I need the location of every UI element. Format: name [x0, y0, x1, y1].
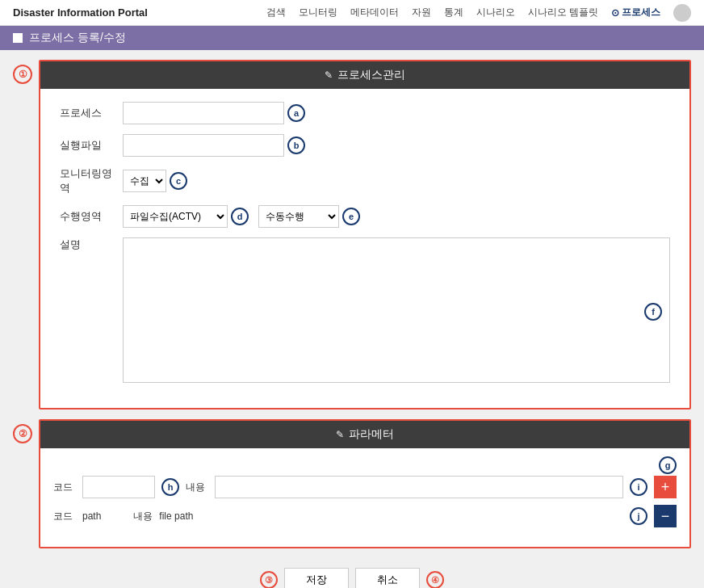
execution-area-badge-e: e: [342, 208, 360, 225]
description-badge-f: f: [644, 303, 662, 321]
executable-row: 실행파일 b: [60, 134, 670, 157]
sub-header-title: 프로세스 등록/수정: [29, 31, 126, 45]
param-badge-h: h: [161, 478, 179, 496]
execution-area-select1[interactable]: 파일수집(ACTV) 파일수집(PASV) API수집: [123, 205, 228, 228]
param-code-label: 코드: [53, 481, 76, 494]
top-header: Disaster Information Portal 검색 모니터링 메타데이…: [0, 0, 704, 26]
section2-header-icon: ✎: [336, 429, 344, 440]
executable-input[interactable]: [123, 134, 284, 157]
process-row: 프로세스 a: [60, 102, 670, 124]
section2-form: g 코드 h 내용 i + 코드 path 내용: [40, 448, 689, 547]
section2-box: ✎ 파라메터 g 코드 h 내용 i +: [39, 419, 691, 548]
section2-number: ②: [13, 424, 32, 443]
execution-area-select2[interactable]: 수동수행 자동수행: [258, 205, 339, 228]
footer-number3: ③: [260, 571, 278, 588]
nav-scenario[interactable]: 시나리오: [476, 6, 515, 19]
param-badge-j: j: [630, 507, 647, 525]
monitoring-area-badge-c: c: [170, 172, 187, 190]
section1-wrapper: ① ✎ 프로세스관리 프로세스 a 실행파일: [13, 60, 691, 410]
executable-badge-b: b: [287, 136, 305, 154]
executable-input-wrapper: b: [123, 134, 305, 157]
monitoring-area-row: 모니터링영역 수집 분석 배포 c: [60, 166, 670, 195]
param-add-button[interactable]: +: [654, 476, 677, 498]
process-icon: ⊙: [611, 7, 619, 19]
monitoring-area-select-wrapper: 수집 분석 배포 c: [123, 170, 187, 192]
nav-scenario-template[interactable]: 시나리오 템플릿: [528, 6, 598, 19]
nav-resources[interactable]: 자원: [412, 6, 431, 19]
param-badge-g: g: [659, 456, 677, 474]
section1-form: 프로세스 a 실행파일 b 모니터링영역: [40, 89, 689, 408]
execution-area-badge-d: d: [231, 208, 249, 225]
section1-header-icon: ✎: [325, 69, 333, 81]
section2-wrapper: ② ✎ 파라메터 g 코드 h 내용 i +: [13, 419, 691, 548]
user-avatar-icon[interactable]: [673, 4, 691, 22]
g-badge-wrapper: g: [53, 456, 677, 474]
nav-statistics[interactable]: 통계: [444, 6, 463, 19]
section1-header: ✎ 프로세스관리: [40, 61, 689, 89]
execution-area-label: 수행영역: [60, 209, 116, 224]
main-content: ① ✎ 프로세스관리 프로세스 a 실행파일: [0, 50, 704, 588]
nav-monitoring[interactable]: 모니터링: [299, 6, 337, 19]
section1-box: ✎ 프로세스관리 프로세스 a 실행파일 b: [39, 60, 691, 410]
execution-area-row: 수행영역 파일수집(ACTV) 파일수집(PASV) API수집 d 수동수행 …: [60, 205, 670, 228]
process-label: 프로세스: [60, 106, 116, 120]
section1-header-title: 프로세스관리: [337, 68, 405, 82]
param-data-code-label: 코드: [53, 510, 76, 523]
param-content-label: 내용: [186, 481, 208, 494]
sub-header: 프로세스 등록/수정: [0, 26, 704, 50]
monitoring-area-label: 모니터링영역: [60, 166, 116, 195]
param-remove-button[interactable]: −: [654, 505, 677, 527]
section2-header: ✎ 파라메터: [40, 421, 689, 448]
process-input-wrapper: a: [123, 102, 305, 124]
param-data-content-label: 내용: [133, 510, 153, 523]
param-data-code-value: path: [82, 510, 101, 522]
param-badge-i: i: [630, 478, 647, 496]
param-input-row: 코드 h 내용 i +: [53, 476, 677, 498]
footer-number4: ④: [426, 571, 444, 588]
sub-header-icon: [13, 33, 23, 43]
footer-area: ③ 저장 취소 ④: [13, 558, 691, 588]
save-button[interactable]: 저장: [284, 568, 349, 588]
section1-number: ①: [13, 65, 32, 84]
app-title: Disaster Information Portal: [13, 6, 148, 19]
description-textarea[interactable]: [123, 237, 670, 383]
top-navigation: 검색 모니터링 메타데이터 자원 통계 시나리오 시나리오 템플릿 ⊙ 프로세스: [266, 4, 691, 22]
executable-label: 실행파일: [60, 138, 116, 153]
process-input[interactable]: [123, 102, 284, 124]
description-label: 설명: [60, 237, 116, 252]
param-code-input[interactable]: [82, 476, 155, 498]
param-content-input[interactable]: [215, 476, 623, 498]
param-data-content-value: file path: [159, 510, 623, 522]
nav-search[interactable]: 검색: [266, 6, 286, 19]
nav-metadata[interactable]: 메타데이터: [350, 6, 399, 19]
nav-process[interactable]: ⊙ 프로세스: [611, 6, 660, 19]
cancel-button[interactable]: 취소: [355, 568, 420, 588]
monitoring-area-select[interactable]: 수집 분석 배포: [123, 170, 166, 192]
description-textarea-container: f: [123, 237, 670, 385]
execution-area-select-wrapper: 파일수집(ACTV) 파일수집(PASV) API수집 d 수동수행 자동수행 …: [123, 205, 360, 228]
section2-header-title: 파라메터: [349, 427, 394, 442]
process-badge-a: a: [287, 104, 305, 122]
description-row: 설명 f: [60, 237, 670, 385]
param-data-row: 코드 path 내용 file path j −: [53, 505, 677, 527]
